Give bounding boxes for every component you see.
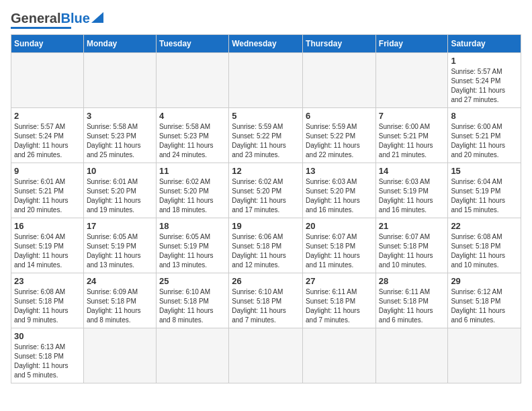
calendar-day-cell: 23Sunrise: 6:08 AM Sunset: 5:18 PM Dayli… [11, 273, 84, 328]
calendar-day-cell [83, 53, 156, 108]
day-number: 11 [159, 166, 226, 176]
day-info: Sunrise: 5:59 AM Sunset: 5:22 PM Dayligh… [306, 122, 373, 160]
calendar-day-cell: 4Sunrise: 5:58 AM Sunset: 5:23 PM Daylig… [156, 108, 228, 163]
calendar-day-cell: 18Sunrise: 6:05 AM Sunset: 5:19 PM Dayli… [156, 218, 228, 273]
day-number: 15 [451, 166, 518, 176]
day-number: 21 [379, 221, 445, 231]
header: General Blue [11, 11, 521, 29]
calendar-day-cell: 24Sunrise: 6:09 AM Sunset: 5:18 PM Dayli… [83, 273, 156, 328]
calendar-day-cell: 1Sunrise: 5:57 AM Sunset: 5:24 PM Daylig… [448, 53, 521, 108]
day-info: Sunrise: 6:11 AM Sunset: 5:18 PM Dayligh… [306, 287, 373, 325]
calendar-day-cell: 11Sunrise: 6:02 AM Sunset: 5:20 PM Dayli… [156, 163, 228, 218]
calendar-header: SundayMondayTuesdayWednesdayThursdayFrid… [11, 35, 521, 53]
calendar-day-cell: 28Sunrise: 6:11 AM Sunset: 5:18 PM Dayli… [375, 273, 448, 328]
day-info: Sunrise: 6:03 AM Sunset: 5:20 PM Dayligh… [306, 177, 373, 215]
calendar-week-row: 1Sunrise: 5:57 AM Sunset: 5:24 PM Daylig… [11, 53, 521, 108]
calendar-day-cell: 2Sunrise: 5:57 AM Sunset: 5:24 PM Daylig… [11, 108, 84, 163]
calendar-day-cell: 16Sunrise: 6:04 AM Sunset: 5:19 PM Dayli… [11, 218, 84, 273]
calendar-day-cell [448, 328, 521, 383]
day-number: 12 [232, 166, 300, 176]
day-number: 24 [87, 276, 153, 286]
day-number: 10 [87, 166, 153, 176]
day-number: 9 [14, 166, 81, 176]
calendar-day-cell: 20Sunrise: 6:07 AM Sunset: 5:18 PM Dayli… [303, 218, 376, 273]
weekday-header-tuesday: Tuesday [156, 35, 228, 53]
calendar-day-cell [156, 53, 228, 108]
calendar-day-cell: 25Sunrise: 6:10 AM Sunset: 5:18 PM Dayli… [156, 273, 228, 328]
day-number: 28 [379, 276, 445, 286]
day-number: 25 [159, 276, 226, 286]
calendar-day-cell: 17Sunrise: 6:05 AM Sunset: 5:19 PM Dayli… [83, 218, 156, 273]
day-info: Sunrise: 6:09 AM Sunset: 5:18 PM Dayligh… [87, 287, 153, 325]
calendar-day-cell [375, 328, 448, 383]
calendar-week-row: 30Sunrise: 6:13 AM Sunset: 5:18 PM Dayli… [11, 328, 521, 383]
day-number: 14 [379, 166, 445, 176]
calendar-day-cell [303, 328, 376, 383]
calendar-week-row: 9Sunrise: 6:01 AM Sunset: 5:21 PM Daylig… [11, 163, 521, 218]
day-info: Sunrise: 5:58 AM Sunset: 5:23 PM Dayligh… [159, 122, 226, 160]
weekday-header-wednesday: Wednesday [229, 35, 303, 53]
svg-marker-0 [91, 12, 103, 23]
calendar-day-cell: 3Sunrise: 5:58 AM Sunset: 5:23 PM Daylig… [83, 108, 156, 163]
calendar-day-cell [156, 328, 228, 383]
calendar-week-row: 23Sunrise: 6:08 AM Sunset: 5:18 PM Dayli… [11, 273, 521, 328]
day-info: Sunrise: 6:00 AM Sunset: 5:21 PM Dayligh… [451, 122, 518, 160]
calendar-week-row: 2Sunrise: 5:57 AM Sunset: 5:24 PM Daylig… [11, 108, 521, 163]
calendar-day-cell: 15Sunrise: 6:04 AM Sunset: 5:19 PM Dayli… [448, 163, 521, 218]
logo-underline [11, 27, 71, 29]
day-info: Sunrise: 6:00 AM Sunset: 5:21 PM Dayligh… [379, 122, 445, 160]
calendar-day-cell: 10Sunrise: 6:01 AM Sunset: 5:20 PM Dayli… [83, 163, 156, 218]
day-info: Sunrise: 6:08 AM Sunset: 5:18 PM Dayligh… [14, 287, 81, 325]
weekday-header-friday: Friday [375, 35, 448, 53]
calendar-day-cell [375, 53, 448, 108]
day-info: Sunrise: 6:12 AM Sunset: 5:18 PM Dayligh… [451, 287, 518, 325]
calendar-week-row: 16Sunrise: 6:04 AM Sunset: 5:19 PM Dayli… [11, 218, 521, 273]
day-info: Sunrise: 5:57 AM Sunset: 5:24 PM Dayligh… [451, 67, 518, 105]
calendar-day-cell: 22Sunrise: 6:08 AM Sunset: 5:18 PM Dayli… [448, 218, 521, 273]
day-info: Sunrise: 6:07 AM Sunset: 5:18 PM Dayligh… [306, 232, 373, 270]
weekday-header-sunday: Sunday [11, 35, 84, 53]
day-info: Sunrise: 6:06 AM Sunset: 5:18 PM Dayligh… [232, 232, 300, 270]
calendar-day-cell: 8Sunrise: 6:00 AM Sunset: 5:21 PM Daylig… [448, 108, 521, 163]
weekday-header-monday: Monday [83, 35, 156, 53]
day-number: 18 [159, 221, 226, 231]
calendar-day-cell: 30Sunrise: 6:13 AM Sunset: 5:18 PM Dayli… [11, 328, 84, 383]
day-info: Sunrise: 6:10 AM Sunset: 5:18 PM Dayligh… [232, 287, 300, 325]
day-info: Sunrise: 5:59 AM Sunset: 5:22 PM Dayligh… [232, 122, 300, 160]
day-number: 27 [306, 276, 373, 286]
day-info: Sunrise: 6:01 AM Sunset: 5:20 PM Dayligh… [87, 177, 153, 215]
logo-triangle-icon [91, 12, 103, 23]
calendar-day-cell [11, 53, 84, 108]
calendar-day-cell [83, 328, 156, 383]
logo-text: General [11, 11, 60, 26]
day-info: Sunrise: 6:04 AM Sunset: 5:19 PM Dayligh… [451, 177, 518, 215]
day-number: 3 [87, 111, 153, 121]
weekday-header-row: SundayMondayTuesdayWednesdayThursdayFrid… [11, 35, 521, 53]
day-number: 23 [14, 276, 81, 286]
logo: General Blue [11, 11, 103, 29]
calendar-day-cell: 27Sunrise: 6:11 AM Sunset: 5:18 PM Dayli… [303, 273, 376, 328]
day-number: 26 [232, 276, 300, 286]
day-info: Sunrise: 6:03 AM Sunset: 5:19 PM Dayligh… [379, 177, 445, 215]
day-number: 13 [306, 166, 373, 176]
calendar-day-cell: 12Sunrise: 6:02 AM Sunset: 5:20 PM Dayli… [229, 163, 303, 218]
calendar-body: 1Sunrise: 5:57 AM Sunset: 5:24 PM Daylig… [11, 53, 521, 383]
calendar-day-cell: 13Sunrise: 6:03 AM Sunset: 5:20 PM Dayli… [303, 163, 376, 218]
day-info: Sunrise: 6:02 AM Sunset: 5:20 PM Dayligh… [232, 177, 300, 215]
day-number: 19 [232, 221, 300, 231]
day-number: 20 [306, 221, 373, 231]
calendar-day-cell: 14Sunrise: 6:03 AM Sunset: 5:19 PM Dayli… [375, 163, 448, 218]
day-number: 7 [379, 111, 445, 121]
day-info: Sunrise: 5:57 AM Sunset: 5:24 PM Dayligh… [14, 122, 81, 160]
day-info: Sunrise: 6:04 AM Sunset: 5:19 PM Dayligh… [14, 232, 81, 270]
calendar-day-cell: 6Sunrise: 5:59 AM Sunset: 5:22 PM Daylig… [303, 108, 376, 163]
day-info: Sunrise: 6:11 AM Sunset: 5:18 PM Dayligh… [379, 287, 445, 325]
day-info: Sunrise: 6:10 AM Sunset: 5:18 PM Dayligh… [159, 287, 226, 325]
day-number: 8 [451, 111, 518, 121]
calendar-day-cell [229, 328, 303, 383]
calendar-day-cell [303, 53, 376, 108]
day-number: 16 [14, 221, 81, 231]
day-info: Sunrise: 6:01 AM Sunset: 5:21 PM Dayligh… [14, 177, 81, 215]
calendar-day-cell: 7Sunrise: 6:00 AM Sunset: 5:21 PM Daylig… [375, 108, 448, 163]
day-number: 4 [159, 111, 226, 121]
